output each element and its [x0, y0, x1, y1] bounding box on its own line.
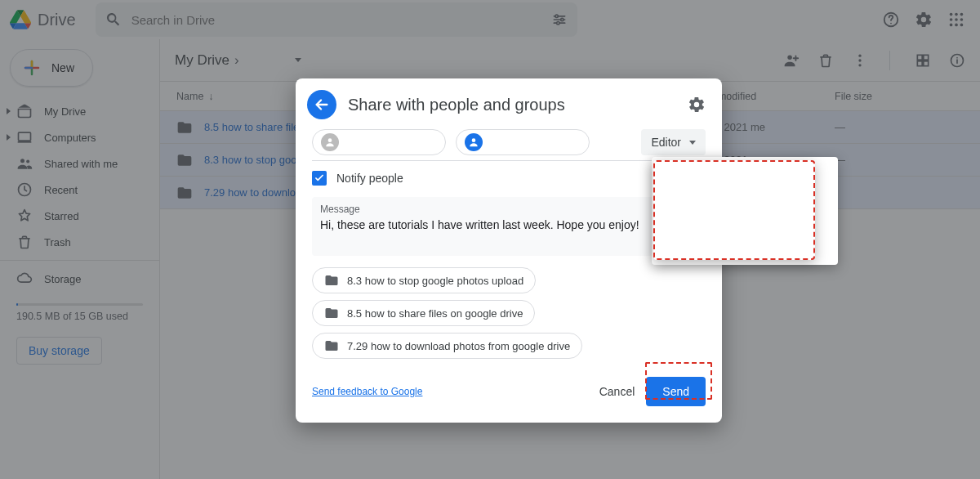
- avatar-icon: [465, 133, 483, 151]
- person-chip[interactable]: [312, 129, 446, 155]
- attachment-name: 8.5 how to share files on google drive: [347, 307, 523, 320]
- role-dropdown[interactable]: Editor: [641, 129, 706, 155]
- folder-icon: [324, 306, 339, 320]
- cancel-button[interactable]: Cancel: [599, 385, 635, 398]
- message-label: Message: [320, 204, 697, 215]
- check-icon: [662, 226, 676, 240]
- person-chip[interactable]: [456, 129, 590, 155]
- attachment-chip[interactable]: 8.5 how to share files on google drive: [312, 300, 535, 326]
- menu-item-viewer[interactable]: Viewer: [652, 165, 838, 191]
- menu-label: Editor: [686, 224, 716, 237]
- feedback-link[interactable]: Send feedback to Google: [312, 386, 422, 397]
- dialog-settings-icon[interactable]: [688, 96, 706, 114]
- role-label: Editor: [651, 136, 681, 149]
- message-field[interactable]: Message Hi, these are tutorials I have w…: [312, 197, 706, 256]
- notify-checkbox[interactable]: [312, 171, 327, 186]
- folder-icon: [324, 338, 339, 353]
- avatar-icon: [321, 133, 339, 151]
- attachment-chip[interactable]: 8.3 how to stop google photos upload: [312, 267, 536, 293]
- svg-point-29: [472, 138, 476, 142]
- attachment-chip[interactable]: 7.29 how to download photos from google …: [312, 333, 582, 359]
- menu-sublabel: Organize, add, and edit files: [686, 239, 826, 250]
- menu-label: Viewer: [686, 172, 721, 185]
- attachment-name: 7.29 how to download photos from google …: [347, 340, 570, 352]
- menu-label: Commenter: [686, 198, 746, 211]
- send-button[interactable]: Send: [646, 377, 706, 406]
- attachment-name: 8.3 how to stop google photos upload: [347, 275, 523, 287]
- role-menu: Viewer Commenter Editor Organize, add, a…: [652, 157, 838, 265]
- menu-item-commenter[interactable]: Commenter: [652, 191, 838, 217]
- menu-item-editor[interactable]: Editor Organize, add, and edit files: [652, 217, 838, 257]
- notify-label: Notify people: [336, 172, 403, 185]
- message-text: Hi, these are tutorials I have written l…: [320, 218, 697, 231]
- back-button[interactable]: [307, 90, 336, 119]
- dialog-title: Share with people and groups: [348, 96, 676, 114]
- folder-icon: [324, 273, 339, 288]
- svg-point-28: [328, 138, 332, 142]
- caret-down-icon: [689, 141, 696, 145]
